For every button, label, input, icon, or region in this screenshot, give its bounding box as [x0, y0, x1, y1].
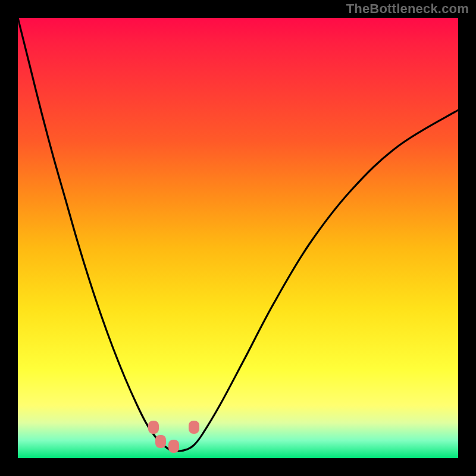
valley-marker — [148, 421, 159, 434]
plot-area — [18, 18, 458, 458]
watermark-text: TheBottleneck.com — [346, 1, 469, 17]
bottleneck-curve — [18, 18, 458, 458]
valley-marker — [189, 421, 199, 434]
valley-marker — [168, 440, 179, 453]
chart-frame: TheBottleneck.com — [0, 0, 476, 476]
valley-marker — [155, 435, 166, 448]
